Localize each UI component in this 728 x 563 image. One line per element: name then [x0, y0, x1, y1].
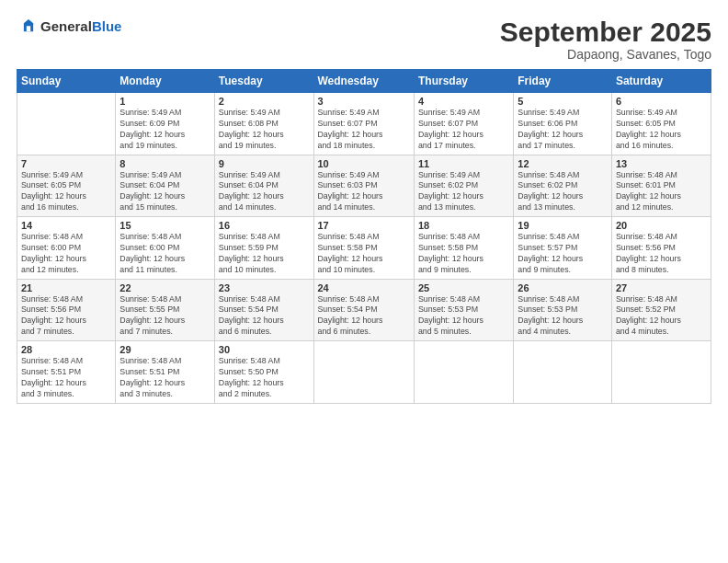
day-info: Sunrise: 5:48 AM Sunset: 5:56 PM Dayligh… [21, 294, 111, 339]
logo: GeneralBlue [17, 17, 121, 37]
table-row: 9Sunrise: 5:49 AM Sunset: 6:04 PM Daylig… [214, 155, 313, 217]
day-info: Sunrise: 5:48 AM Sunset: 5:53 PM Dayligh… [418, 294, 509, 339]
table-row: 18Sunrise: 5:48 AM Sunset: 5:58 PM Dayli… [414, 217, 513, 280]
col-saturday: Saturday [611, 70, 711, 93]
day-number: 13 [616, 158, 707, 169]
col-wednesday: Wednesday [313, 70, 414, 93]
day-info: Sunrise: 5:48 AM Sunset: 6:01 PM Dayligh… [616, 170, 707, 214]
day-number: 19 [518, 220, 608, 231]
table-row: 15Sunrise: 5:48 AM Sunset: 6:00 PM Dayli… [116, 217, 214, 280]
week-row-3: 14Sunrise: 5:48 AM Sunset: 6:00 PM Dayli… [17, 217, 711, 280]
day-info: Sunrise: 5:48 AM Sunset: 5:58 PM Dayligh… [318, 232, 410, 276]
table-row: 11Sunrise: 5:49 AM Sunset: 6:02 PM Dayli… [414, 155, 513, 217]
table-row: 21Sunrise: 5:48 AM Sunset: 5:56 PM Dayli… [17, 279, 116, 341]
day-info: Sunrise: 5:48 AM Sunset: 5:50 PM Dayligh… [219, 356, 310, 400]
svg-rect-2 [27, 26, 30, 31]
day-number: 27 [616, 282, 707, 293]
table-row: 4Sunrise: 5:49 AM Sunset: 6:07 PM Daylig… [414, 93, 513, 155]
logo-general-text: General [40, 18, 92, 34]
table-row: 26Sunrise: 5:48 AM Sunset: 5:53 PM Dayli… [514, 279, 612, 341]
day-info: Sunrise: 5:48 AM Sunset: 5:57 PM Dayligh… [518, 232, 608, 276]
table-row: 17Sunrise: 5:48 AM Sunset: 5:58 PM Dayli… [313, 217, 414, 280]
calendar-header-row: Sunday Monday Tuesday Wednesday Thursday… [17, 70, 711, 93]
day-number: 15 [119, 220, 210, 231]
page: GeneralBlue September 2025 Dapaong, Sava… [0, 0, 728, 563]
col-monday: Monday [116, 70, 214, 93]
day-info: Sunrise: 5:49 AM Sunset: 6:02 PM Dayligh… [418, 170, 509, 214]
day-number: 30 [219, 344, 310, 355]
subtitle: Dapaong, Savanes, Togo [500, 47, 711, 62]
day-info: Sunrise: 5:48 AM Sunset: 5:51 PM Dayligh… [21, 356, 111, 400]
day-number: 5 [518, 96, 608, 107]
table-row: 14Sunrise: 5:48 AM Sunset: 6:00 PM Dayli… [17, 217, 116, 280]
day-number: 7 [21, 158, 111, 169]
day-info: Sunrise: 5:48 AM Sunset: 5:54 PM Dayligh… [318, 294, 410, 339]
day-info: Sunrise: 5:48 AM Sunset: 5:56 PM Dayligh… [616, 232, 707, 276]
table-row: 6Sunrise: 5:49 AM Sunset: 6:05 PM Daylig… [611, 93, 711, 155]
day-info: Sunrise: 5:48 AM Sunset: 6:00 PM Dayligh… [21, 232, 111, 276]
table-row: 2Sunrise: 5:49 AM Sunset: 6:08 PM Daylig… [214, 93, 313, 155]
week-row-1: 1Sunrise: 5:49 AM Sunset: 6:09 PM Daylig… [17, 93, 711, 155]
day-info: Sunrise: 5:48 AM Sunset: 5:59 PM Dayligh… [219, 232, 310, 276]
table-row: 20Sunrise: 5:48 AM Sunset: 5:56 PM Dayli… [611, 217, 711, 280]
day-number: 16 [219, 220, 310, 231]
day-info: Sunrise: 5:49 AM Sunset: 6:05 PM Dayligh… [21, 170, 111, 214]
title-block: September 2025 Dapaong, Savanes, Togo [500, 17, 711, 62]
week-row-2: 7Sunrise: 5:49 AM Sunset: 6:05 PM Daylig… [17, 155, 711, 217]
table-row: 28Sunrise: 5:48 AM Sunset: 5:51 PM Dayli… [17, 341, 116, 404]
table-row: 7Sunrise: 5:49 AM Sunset: 6:05 PM Daylig… [17, 155, 116, 217]
day-info: Sunrise: 5:49 AM Sunset: 6:05 PM Dayligh… [616, 108, 707, 152]
day-info: Sunrise: 5:48 AM Sunset: 5:52 PM Dayligh… [616, 294, 707, 339]
table-row: 10Sunrise: 5:49 AM Sunset: 6:03 PM Dayli… [313, 155, 414, 217]
table-row [611, 341, 711, 404]
week-row-4: 21Sunrise: 5:48 AM Sunset: 5:56 PM Dayli… [17, 279, 711, 341]
col-tuesday: Tuesday [214, 70, 313, 93]
day-number: 28 [21, 344, 111, 355]
day-info: Sunrise: 5:48 AM Sunset: 5:54 PM Dayligh… [219, 294, 310, 339]
day-number: 20 [616, 220, 707, 231]
col-thursday: Thursday [414, 70, 513, 93]
table-row: 5Sunrise: 5:49 AM Sunset: 6:06 PM Daylig… [514, 93, 612, 155]
table-row: 13Sunrise: 5:48 AM Sunset: 6:01 PM Dayli… [611, 155, 711, 217]
table-row: 24Sunrise: 5:48 AM Sunset: 5:54 PM Dayli… [313, 279, 414, 341]
day-info: Sunrise: 5:48 AM Sunset: 6:02 PM Dayligh… [518, 170, 608, 214]
day-number: 10 [318, 158, 410, 169]
table-row: 19Sunrise: 5:48 AM Sunset: 5:57 PM Dayli… [514, 217, 612, 280]
table-row: 12Sunrise: 5:48 AM Sunset: 6:02 PM Dayli… [514, 155, 612, 217]
col-sunday: Sunday [17, 70, 116, 93]
table-row: 23Sunrise: 5:48 AM Sunset: 5:54 PM Dayli… [214, 279, 313, 341]
day-number: 25 [418, 282, 509, 293]
day-number: 1 [119, 96, 210, 107]
day-info: Sunrise: 5:48 AM Sunset: 5:55 PM Dayligh… [119, 294, 210, 339]
table-row: 29Sunrise: 5:48 AM Sunset: 5:51 PM Dayli… [116, 341, 214, 404]
table-row: 8Sunrise: 5:49 AM Sunset: 6:04 PM Daylig… [116, 155, 214, 217]
table-row: 30Sunrise: 5:48 AM Sunset: 5:50 PM Dayli… [214, 341, 313, 404]
week-row-5: 28Sunrise: 5:48 AM Sunset: 5:51 PM Dayli… [17, 341, 711, 404]
table-row: 25Sunrise: 5:48 AM Sunset: 5:53 PM Dayli… [414, 279, 513, 341]
day-number: 11 [418, 158, 509, 169]
calendar-table: Sunday Monday Tuesday Wednesday Thursday… [17, 69, 711, 404]
day-info: Sunrise: 5:49 AM Sunset: 6:06 PM Dayligh… [518, 108, 608, 152]
table-row [313, 341, 414, 404]
logo-blue-text: Blue [92, 18, 122, 34]
day-number: 26 [518, 282, 608, 293]
day-info: Sunrise: 5:48 AM Sunset: 6:00 PM Dayligh… [119, 232, 210, 276]
day-number: 3 [318, 96, 410, 107]
day-number: 14 [21, 220, 111, 231]
day-number: 4 [418, 96, 509, 107]
table-row: 1Sunrise: 5:49 AM Sunset: 6:09 PM Daylig… [116, 93, 214, 155]
day-info: Sunrise: 5:49 AM Sunset: 6:04 PM Dayligh… [119, 170, 210, 214]
day-info: Sunrise: 5:49 AM Sunset: 6:04 PM Dayligh… [219, 170, 310, 214]
day-number: 18 [418, 220, 509, 231]
day-number: 17 [318, 220, 410, 231]
day-number: 29 [119, 344, 210, 355]
logo-icon [18, 17, 39, 37]
day-number: 8 [119, 158, 210, 169]
day-info: Sunrise: 5:49 AM Sunset: 6:03 PM Dayligh… [318, 170, 410, 214]
day-info: Sunrise: 5:49 AM Sunset: 6:07 PM Dayligh… [418, 108, 509, 152]
table-row: 22Sunrise: 5:48 AM Sunset: 5:55 PM Dayli… [116, 279, 214, 341]
table-row: 16Sunrise: 5:48 AM Sunset: 5:59 PM Dayli… [214, 217, 313, 280]
col-friday: Friday [514, 70, 612, 93]
table-row [414, 341, 513, 404]
header: GeneralBlue September 2025 Dapaong, Sava… [17, 17, 711, 62]
